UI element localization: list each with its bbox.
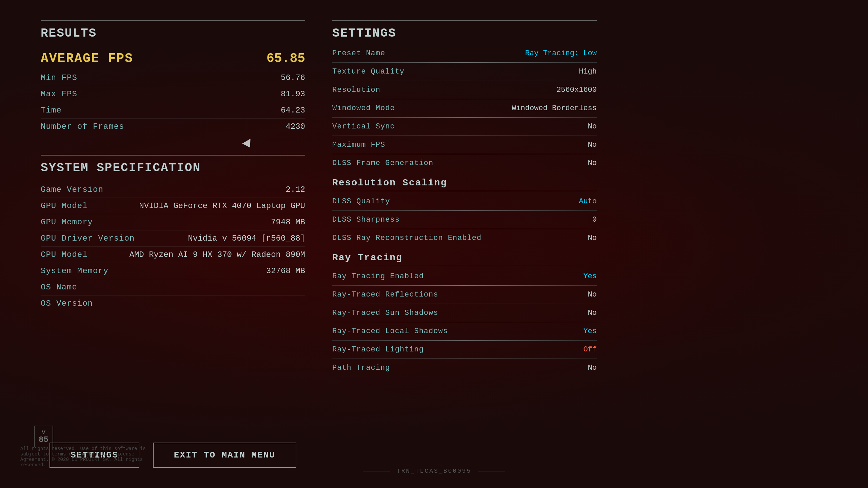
- gpu-memory-row: GPU Memory 7948 MB: [41, 214, 305, 230]
- frames-label: Number of Frames: [41, 122, 124, 131]
- rt-local-shadows-row: Ray-Traced Local Shadows Yes: [332, 324, 597, 339]
- system-section: System Specification Game Version 2.12 G…: [41, 155, 305, 311]
- max-fps-row: Max FPS 81.93: [41, 86, 305, 102]
- time-value: 64.23: [281, 106, 305, 115]
- os-version-row: OS Version: [41, 296, 305, 311]
- resolution-label: Resolution: [332, 86, 380, 94]
- max-fps-label: Max FPS: [41, 89, 77, 99]
- gpu-driver-label: GPU Driver Version: [41, 234, 135, 243]
- settings-title: Settings: [332, 26, 597, 40]
- max-fps-value: 81.93: [281, 89, 305, 99]
- game-version-label: Game Version: [41, 185, 103, 194]
- path-tracing-row: Path Tracing No: [332, 360, 597, 375]
- windowed-mode-row: Windowed Mode Windowed Borderless: [332, 101, 597, 116]
- rt-lighting-row: Ray-Traced Lighting Off: [332, 342, 597, 357]
- gpu-driver-row: GPU Driver Version Nvidia v 56094 [r560_…: [41, 230, 305, 247]
- cpu-model-label: CPU Model: [41, 250, 88, 259]
- windowed-mode-value: Windowed Borderless: [512, 104, 597, 113]
- rt-lighting-value: Off: [583, 345, 597, 354]
- bottom-text: TRN_TLCAS_B00095: [397, 468, 472, 474]
- bottom-bar: TRN_TLCAS_B00095: [0, 468, 868, 474]
- rt-sun-shadows-row: Ray-Traced Sun Shadows No: [332, 305, 597, 321]
- preset-name-row: Preset Name Ray Tracing: Low: [332, 46, 597, 61]
- results-section: Results Average FPS 65.85 Min FPS 56.76 …: [41, 20, 305, 135]
- rt-reflections-row: Ray-Traced Reflections No: [332, 287, 597, 302]
- dlss-frame-gen-value: No: [588, 159, 597, 167]
- settings-header: Settings: [332, 20, 597, 46]
- dlss-quality-label: DLSS Quality: [332, 197, 390, 206]
- os-version-label: OS Version: [41, 299, 93, 308]
- version-text: All rights reserved. Use of this softwar…: [20, 446, 156, 468]
- max-fps-label: Maximum FPS: [332, 141, 385, 149]
- resolution-scaling-title: Resolution Scaling: [332, 178, 597, 188]
- cursor-indicator: [243, 141, 253, 148]
- frames-row: Number of Frames 4230: [41, 119, 305, 135]
- os-name-row: OS Name: [41, 279, 305, 296]
- average-fps-row: Average FPS 65.85: [41, 47, 305, 70]
- preset-name-value: Ray Tracing: Low: [525, 49, 597, 58]
- rt-lighting-label: Ray-Traced Lighting: [332, 345, 424, 354]
- version-badge: V 85: [34, 426, 53, 447]
- dlss-frame-gen-row: DLSS Frame Generation No: [332, 156, 597, 171]
- gpu-model-value: NVIDIA GeForce RTX 4070 Laptop GPU: [139, 201, 305, 210]
- system-memory-value: 32768 MB: [266, 266, 305, 276]
- time-label: Time: [41, 106, 62, 115]
- dlss-sharpness-value: 0: [592, 216, 597, 224]
- max-fps-row: Maximum FPS No: [332, 137, 597, 152]
- rt-reflections-value: No: [588, 290, 597, 299]
- exit-button[interactable]: Exit to Main Menu: [153, 443, 296, 468]
- rt-local-shadows-value: Yes: [583, 327, 597, 336]
- dlss-rr-row: DLSS Ray Reconstruction Enabled No: [332, 230, 597, 246]
- gpu-memory-label: GPU Memory: [41, 218, 93, 227]
- windowed-mode-label: Windowed Mode: [332, 104, 395, 113]
- resolution-row: Resolution 2560x1600: [332, 82, 597, 98]
- ray-tracing-divider: [332, 266, 597, 266]
- time-row: Time 64.23: [41, 102, 305, 119]
- frames-value: 4230: [285, 122, 305, 131]
- texture-quality-label: Texture Quality: [332, 67, 405, 76]
- bottom-line-left: [363, 471, 390, 471]
- game-version-value: 2.12: [285, 185, 305, 194]
- dlss-rr-value: No: [588, 234, 597, 242]
- max-fps-value: No: [588, 141, 597, 149]
- dlss-rr-label: DLSS Ray Reconstruction Enabled: [332, 234, 481, 242]
- resolution-scaling-divider: [332, 191, 597, 191]
- min-fps-value: 56.76: [281, 73, 305, 82]
- dlss-sharpness-label: DLSS Sharpness: [332, 216, 400, 224]
- dlss-quality-value: Auto: [579, 197, 597, 206]
- rt-enabled-label: Ray Tracing Enabled: [332, 272, 424, 281]
- average-fps-value: 65.85: [267, 51, 305, 66]
- vsync-label: Vertical Sync: [332, 122, 395, 131]
- min-fps-row: Min FPS 56.76: [41, 70, 305, 86]
- rt-enabled-row: Ray Tracing Enabled Yes: [332, 269, 597, 284]
- rt-reflections-label: Ray-Traced Reflections: [332, 290, 438, 299]
- version-v-label: V: [41, 429, 45, 436]
- gpu-model-label: GPU Model: [41, 201, 88, 210]
- left-panel: Results Average FPS 65.85 Min FPS 56.76 …: [41, 20, 305, 468]
- results-title: Results: [41, 26, 305, 40]
- gpu-driver-value: Nvidia v 56094 [r560_88]: [188, 234, 305, 243]
- rt-enabled-value: Yes: [583, 272, 597, 281]
- vsync-row: Vertical Sync No: [332, 119, 597, 134]
- rt-local-shadows-label: Ray-Traced Local Shadows: [332, 327, 448, 336]
- gpu-model-row: GPU Model NVIDIA GeForce RTX 4070 Laptop…: [41, 198, 305, 214]
- rt-sun-shadows-label: Ray-Traced Sun Shadows: [332, 309, 438, 317]
- system-memory-label: System Memory: [41, 266, 108, 276]
- dlss-sharpness-row: DLSS Sharpness 0: [332, 212, 597, 227]
- min-fps-label: Min FPS: [41, 73, 77, 82]
- os-name-label: OS Name: [41, 283, 77, 292]
- resolution-value: 2560x1600: [556, 86, 597, 94]
- dlss-quality-row: DLSS Quality Auto: [332, 194, 597, 209]
- dlss-frame-gen-label: DLSS Frame Generation: [332, 159, 433, 167]
- bottom-line-right: [478, 471, 505, 471]
- texture-quality-value: High: [579, 67, 597, 76]
- average-fps-label: Average FPS: [41, 51, 133, 66]
- system-title: System Specification: [41, 161, 305, 175]
- vsync-value: No: [588, 122, 597, 131]
- gpu-memory-value: 7948 MB: [271, 218, 305, 227]
- path-tracing-value: No: [588, 364, 597, 372]
- version-container: V 85 All rights reserved. Use of this so…: [14, 446, 156, 468]
- ray-tracing-title: Ray Tracing: [332, 252, 597, 263]
- texture-quality-row: Texture Quality High: [332, 64, 597, 79]
- cpu-model-value: AMD Ryzen AI 9 HX 370 w/ Radeon 890M: [130, 250, 305, 259]
